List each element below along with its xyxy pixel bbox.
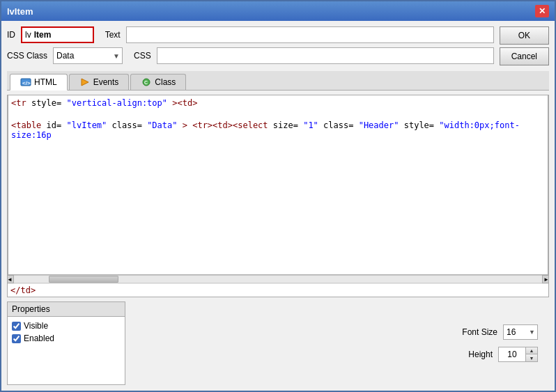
- font-size-label: Font Size: [456, 327, 497, 337]
- code-area[interactable]: <tr style= "vertical-align:top" ><td> <t…: [8, 95, 548, 275]
- css-class-label: CSS Class: [7, 51, 47, 61]
- id-input[interactable]: [34, 30, 90, 40]
- css-class-dropdown-wrapper: Data Header Footer ▼: [53, 47, 123, 64]
- tab-events-label: Events: [93, 77, 119, 87]
- visible-label: Visible: [24, 321, 48, 331]
- close-button[interactable]: ✕: [535, 5, 549, 17]
- css-label: CSS: [134, 51, 151, 61]
- dialog-window: lvItem ✕ ID lv Text CSS Class: [0, 0, 556, 392]
- tabs-bar: </> HTML Events C: [7, 71, 549, 91]
- id-prefix: lv: [25, 30, 31, 40]
- css-class-select[interactable]: Data Header Footer: [53, 47, 123, 64]
- code-val-class: "Data": [147, 120, 177, 130]
- code-val-style: "vertical-align:top": [67, 98, 168, 108]
- code-tag-tr: <tr: [11, 98, 26, 108]
- code-attr-size: size=: [273, 120, 298, 130]
- code-val-class2: "Header": [359, 120, 399, 130]
- font-size-wrapper: 8 10 12 14 16 18 20 24 ▼: [503, 324, 538, 340]
- scroll-left-arrow[interactable]: ◄: [7, 275, 14, 283]
- enabled-checkbox[interactable]: [12, 334, 21, 343]
- code-val-size: "1": [303, 120, 318, 130]
- code-line-2: [11, 109, 545, 119]
- code-attr-id: id=: [47, 120, 62, 130]
- code-tag-inner: > <tr><td><select: [183, 120, 268, 130]
- id-group: lv: [21, 26, 94, 43]
- height-spin-buttons: ▲ ▼: [526, 347, 538, 362]
- properties-list: Visible Enabled: [8, 317, 125, 347]
- code-attr-style2: style=: [404, 120, 434, 130]
- visible-checkbox[interactable]: [12, 322, 21, 331]
- properties-panel: Properties Visible Enabled: [7, 301, 125, 385]
- tab-html-label: HTML: [34, 77, 57, 87]
- tab-html[interactable]: </> HTML: [10, 74, 68, 91]
- svg-text:C: C: [144, 80, 148, 85]
- right-properties: Font Size 8 10 12 14 16 18 20 24 ▼: [131, 301, 549, 385]
- enabled-label: Enabled: [24, 334, 54, 343]
- scroll-track[interactable]: [14, 276, 542, 283]
- action-buttons: OK Cancel: [500, 26, 549, 65]
- dialog-title: lvItem: [7, 6, 33, 17]
- font-size-row: Font Size 8 10 12 14 16 18 20 24 ▼: [456, 324, 538, 340]
- text-label: Text: [105, 30, 121, 40]
- list-item: Visible: [12, 321, 121, 331]
- ok-button[interactable]: OK: [500, 26, 549, 45]
- class-icon: C: [141, 77, 152, 87]
- top-area: ID lv Text CSS Class Data Header: [7, 26, 549, 65]
- height-spin-wrapper: ▲ ▼: [498, 347, 538, 362]
- title-bar: lvItem ✕: [1, 1, 555, 21]
- code-attr-class2: class=: [323, 120, 353, 130]
- dialog-body: ID lv Text CSS Class Data Header: [1, 21, 555, 391]
- cancel-button[interactable]: Cancel: [500, 47, 549, 65]
- list-item: Enabled: [12, 334, 121, 343]
- code-tag-table: <table: [11, 120, 41, 130]
- svg-marker-2: [82, 79, 88, 86]
- events-icon: [79, 77, 91, 87]
- html-icon: </>: [20, 77, 31, 87]
- code-val-id: "lvItem": [67, 120, 107, 130]
- scroll-right-arrow[interactable]: ►: [542, 275, 549, 283]
- code-line-1: <tr style= "vertical-align:top" ><td>: [11, 98, 545, 108]
- close-tag-line: </td>: [8, 283, 548, 297]
- tab-content-area: <tr style= "vertical-align:top" ><td> <t…: [7, 95, 549, 297]
- horizontal-scrollbar[interactable]: ◄ ►: [7, 275, 549, 283]
- code-line-3: <table id= "lvItem" class= "Data" > <tr>…: [11, 120, 545, 140]
- text-input[interactable]: [126, 26, 494, 43]
- font-size-select[interactable]: 8 10 12 14 16 18 20 24: [503, 324, 538, 340]
- bottom-area: Properties Visible Enabled Font Size: [7, 301, 549, 385]
- top-fields: ID lv Text CSS Class Data Header: [7, 26, 494, 64]
- css-input[interactable]: [157, 47, 494, 64]
- properties-header: Properties: [8, 302, 125, 317]
- code-tag-tr-close: ><td>: [172, 98, 197, 108]
- id-label: ID: [7, 30, 15, 40]
- close-td-tag: </td>: [10, 285, 36, 295]
- tab-events[interactable]: Events: [69, 74, 130, 90]
- tab-class[interactable]: C Class: [130, 74, 186, 90]
- height-spin-down[interactable]: ▼: [526, 354, 537, 361]
- code-attr-class: class=: [112, 120, 142, 130]
- height-input[interactable]: [498, 347, 526, 362]
- scrollbar-thumb[interactable]: [49, 276, 118, 283]
- svg-text:</>: </>: [22, 80, 31, 86]
- height-row: Height ▲ ▼: [451, 347, 538, 362]
- code-attr-style: style=: [31, 98, 61, 108]
- id-text-row: ID lv Text: [7, 26, 494, 43]
- height-spin-up[interactable]: ▲: [526, 347, 537, 354]
- css-class-row: CSS Class Data Header Footer ▼ CSS: [7, 47, 494, 64]
- height-label: Height: [451, 350, 493, 359]
- tab-class-label: Class: [155, 77, 176, 87]
